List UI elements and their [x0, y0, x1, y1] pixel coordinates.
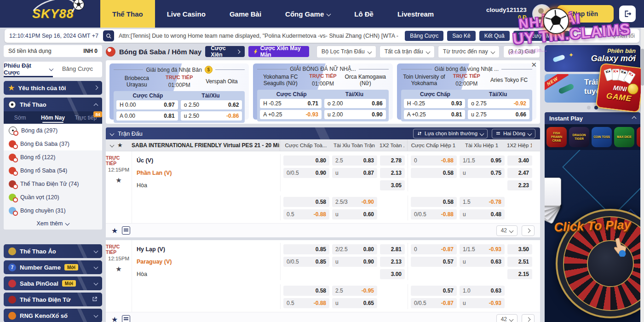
nav-item-2[interactable]: Game Bài: [218, 0, 273, 28]
instant-game-1[interactable]: DRAGON TIGER: [569, 127, 589, 147]
odds-cell[interactable]: o 2.500.62: [181, 100, 242, 109]
odds-cell[interactable]: 0.57: [411, 257, 457, 267]
odds-cell[interactable]: 3.05: [380, 180, 405, 190]
close-icon[interactable]: ✕: [531, 61, 537, 69]
bet-list-icon[interactable]: [122, 315, 130, 322]
favorite-star-icon[interactable]: ★: [115, 176, 121, 184]
odds-cell[interactable]: 2.50.83: [332, 155, 377, 166]
odds-cell[interactable]: 2.5/3-0.90: [332, 197, 377, 207]
dark-mode-label[interactable]: ộ nền tối: [613, 33, 635, 39]
show-more-button[interactable]: Xem thêm: [4, 217, 102, 230]
odds-cell[interactable]: 0.5-0.88: [283, 298, 329, 308]
odds-cell[interactable]: 2/2.50.80: [332, 244, 377, 254]
instant-play-header[interactable]: Instant Play: [545, 112, 640, 124]
odds-cell[interactable]: 0.5-0.88: [283, 209, 329, 219]
bet-tab-1[interactable]: Bảng Cược: [53, 62, 102, 77]
line-mode-button[interactable]: Hai Dòng: [492, 129, 535, 138]
deposit-button[interactable]: Nạp tiền: [557, 5, 614, 23]
odds-cell[interactable]: H -0.250.71: [260, 99, 322, 108]
odds-cell[interactable]: 0/0.50.90: [283, 168, 329, 178]
filter-dropdown-1[interactable]: Tất cả trận đấu: [380, 46, 435, 58]
ticker-button-1[interactable]: Sao Kê: [447, 31, 475, 41]
ticker-button-2[interactable]: Kết Quả: [479, 31, 510, 41]
parlay-button[interactable]: Cược Xiên: [205, 46, 245, 57]
odds-cell[interactable]: 2.13: [380, 257, 405, 267]
time-tab-1[interactable]: Hôm Nay: [36, 111, 69, 124]
odds-cell[interactable]: 0.85: [283, 244, 329, 254]
odds-cell[interactable]: 0.58: [283, 286, 329, 296]
odds-cell[interactable]: u0.65: [332, 298, 377, 308]
avatar[interactable]: [532, 4, 552, 23]
odds-cell[interactable]: 2.15: [507, 269, 532, 279]
sidebar-bar-3[interactable]: Thể Thao Điện Tử: [4, 293, 102, 306]
odds-cell[interactable]: 0.58: [411, 168, 457, 178]
odds-cell[interactable]: 0/0.5-0.87: [411, 298, 457, 308]
odds-cell[interactable]: 0-0.87: [411, 244, 457, 254]
odds-cell[interactable]: u0.75: [460, 168, 505, 178]
filter-dropdown-2[interactable]: Từ trước đến nay: [438, 46, 500, 58]
search-button[interactable]: [103, 30, 114, 41]
odds-cell[interactable]: 2.13: [380, 168, 405, 178]
time-tab-0[interactable]: Sớm: [4, 111, 36, 124]
odds-cell[interactable]: 2.81: [380, 244, 405, 254]
odds-cell[interactable]: u-0.93: [460, 298, 505, 308]
odds-cell[interactable]: A +0.250.81: [404, 110, 466, 119]
odds-cell[interactable]: 0.58: [411, 197, 457, 207]
ticker-button-0[interactable]: Bảng Cược: [405, 31, 443, 41]
market-count-dropdown[interactable]: 42: [496, 314, 518, 322]
sidebar-sport-3[interactable]: Bóng rổ Saba (54): [4, 164, 102, 177]
sidebar-sport-5[interactable]: Quần vợt (120): [4, 190, 102, 204]
odds-cell[interactable]: 3.50: [507, 244, 532, 254]
odds-cell[interactable]: 0-0.88: [411, 155, 457, 166]
odds-cell[interactable]: u0.63: [460, 257, 505, 267]
favorite-star-icon[interactable]: ★: [115, 265, 121, 273]
sidebar-sport-0[interactable]: Bóng đá (297): [4, 124, 102, 137]
carousel-dot[interactable]: [587, 106, 591, 109]
odds-cell[interactable]: 0.58: [283, 197, 329, 207]
nav-item-1[interactable]: Live Casino: [155, 0, 218, 28]
odds-cell[interactable]: o 2.75-0.92: [468, 99, 529, 108]
odds-cell[interactable]: 2.51: [507, 257, 532, 267]
instant-game-4[interactable]: ĐẠI TIỂU: [637, 127, 640, 147]
sidebar-bar-1[interactable]: 7 Number Game Mới: [4, 260, 102, 274]
odds-cell[interactable]: u 2.000.90: [324, 110, 386, 119]
favorite-star-icon[interactable]: ★: [111, 226, 118, 235]
bet-list-icon[interactable]: [122, 226, 130, 235]
odds-cell[interactable]: 1.5-0.78: [460, 197, 505, 207]
collapse-chevron-icon[interactable]: [110, 143, 115, 148]
odds-cell[interactable]: 1/1.50.95: [460, 155, 505, 166]
user-block[interactable]: cloudy121123 0 Đ: [486, 6, 527, 21]
favorite-star-icon[interactable]: ★: [111, 315, 118, 322]
nav-item-5[interactable]: Livestream: [385, 0, 446, 28]
nav-item-0[interactable]: Thể Thao: [100, 0, 155, 28]
odds-cell[interactable]: u0.48: [460, 209, 505, 219]
ticker-button-3[interactable]: Tỷ lệ cược MALAY: [513, 31, 569, 41]
odds-cell[interactable]: 2.5-0.95: [332, 286, 377, 296]
odds-cell[interactable]: 1.00.63: [460, 286, 505, 296]
odds-cell[interactable]: 0/0.5-0.88: [411, 209, 457, 219]
sidebar-sport-6[interactable]: Bóng chuyền (31): [4, 204, 102, 217]
favorites-bar[interactable]: ★ Yêu thích của tôi: [4, 81, 102, 95]
filter-dropdown-0[interactable]: Bộ Lọc Trận Đấu: [316, 46, 376, 58]
mini-game-card[interactable]: K♠K♥K♣K♦ MINI GAME: [595, 63, 644, 113]
bet-tab-0[interactable]: Phiếu Đặt Cược: [4, 62, 53, 77]
instant-game-3[interactable]: MAX DICE: [614, 127, 634, 147]
odds-cell[interactable]: 3.40: [507, 155, 532, 166]
sidebar-sport-4[interactable]: Thể Thao Điện Tử (74): [4, 177, 102, 190]
sidebar-bar-2[interactable]: Saba PinGoal Mới: [4, 276, 102, 290]
sidebar-sport-2[interactable]: Bóng rổ (122): [4, 150, 102, 164]
market-count-dropdown[interactable]: 42: [496, 225, 518, 236]
odds-cell[interactable]: u 2.750.66: [468, 110, 529, 119]
odds-cell[interactable]: u0.87: [332, 168, 377, 178]
odds-cell[interactable]: 2.23: [507, 180, 532, 190]
scrollbar-thumb[interactable]: [641, 49, 644, 86]
odds-cell[interactable]: 1/1.5-0.93: [460, 244, 505, 254]
odds-cell[interactable]: 3.00: [380, 269, 405, 279]
nav-item-3[interactable]: Cổng Game: [273, 0, 342, 28]
odds-cell[interactable]: A 0.000.81: [116, 111, 178, 121]
odds-cell[interactable]: A +0.25-0.93: [260, 110, 322, 119]
selection-mode-button[interactable]: Lựa chọn bình thường: [413, 129, 488, 138]
sidebar-bar-4[interactable]: RNG Keno/Xổ số: [4, 309, 102, 322]
odds-cell[interactable]: o 2.000.86: [324, 99, 386, 108]
brand-logo[interactable]: SKY88: [32, 7, 83, 21]
